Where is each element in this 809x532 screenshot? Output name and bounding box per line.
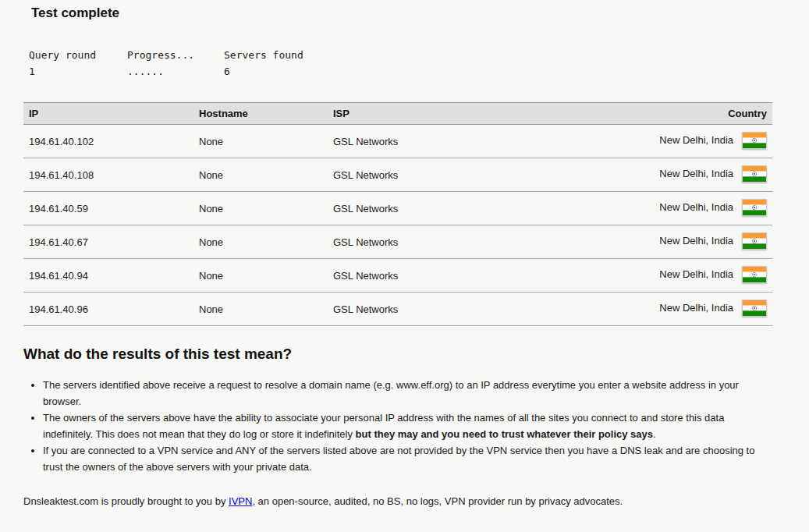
- ivpn-link[interactable]: IVPN: [229, 495, 252, 507]
- ip-cell: 194.61.40.67: [23, 225, 193, 259]
- country-label: New Delhi, India: [659, 168, 733, 179]
- footer-text-before-link: Dnsleaktest.com is proudly brought to yo…: [23, 495, 229, 507]
- hostname-cell: None: [193, 192, 328, 225]
- column-header-hostname: Hostname: [193, 103, 328, 125]
- progress-value: ......: [127, 63, 224, 80]
- isp-cell: GSL Networks: [328, 158, 593, 192]
- table-row: 194.61.40.108NoneGSL NetworksNew Delhi, …: [23, 158, 772, 192]
- country-label: New Delhi, India: [659, 201, 733, 213]
- country-cell: New Delhi, India: [593, 259, 772, 293]
- bullet-text: If you are connected to a VPN service an…: [43, 445, 754, 473]
- bullet-text: The servers identified above receive a r…: [43, 379, 739, 407]
- section-title: What do the results of this test mean?: [23, 326, 772, 363]
- india-flag-icon: [742, 199, 767, 216]
- isp-cell: GSL Networks: [328, 293, 593, 326]
- page-title: Test complete: [23, 0, 772, 21]
- ip-cell: 194.61.40.59: [23, 192, 193, 225]
- table-row: 194.61.40.59NoneGSL NetworksNew Delhi, I…: [23, 192, 772, 225]
- table-body: 194.61.40.102NoneGSL NetworksNew Delhi, …: [23, 125, 772, 326]
- country-label: New Delhi, India: [659, 302, 733, 314]
- hostname-cell: None: [193, 293, 328, 326]
- ip-cell: 194.61.40.94: [23, 259, 193, 293]
- list-item: The owners of the servers above have the…: [43, 410, 761, 442]
- list-item: If you are connected to a VPN service an…: [43, 442, 761, 475]
- ip-cell: 194.61.40.108: [23, 158, 193, 192]
- servers-found-value: 6: [224, 63, 230, 80]
- country-cell: New Delhi, India: [593, 293, 772, 326]
- hostname-cell: None: [193, 225, 328, 259]
- query-status-header-row: Query round Progress... Servers found: [29, 47, 772, 63]
- dns-servers-table: IP Hostname ISP Country 194.61.40.102Non…: [23, 102, 772, 326]
- table-row: 194.61.40.96NoneGSL NetworksNew Delhi, I…: [23, 293, 772, 326]
- query-status-value-row: 1 ...... 6: [29, 63, 772, 80]
- country-cell: New Delhi, India: [593, 192, 772, 225]
- footer-text-after-link: , an open-source, audited, no BS, no log…: [252, 495, 623, 507]
- country-label: New Delhi, India: [659, 134, 733, 146]
- hostname-cell: None: [193, 259, 328, 293]
- hostname-cell: None: [193, 158, 328, 192]
- query-status-table: Query round Progress... Servers found 1 …: [29, 47, 772, 80]
- isp-cell: GSL Networks: [328, 259, 593, 293]
- india-flag-icon: [742, 266, 767, 283]
- india-flag-icon: [742, 132, 767, 149]
- isp-cell: GSL Networks: [328, 192, 593, 225]
- country-cell: New Delhi, India: [593, 125, 772, 158]
- ip-cell: 194.61.40.96: [23, 293, 193, 326]
- table-header: IP Hostname ISP Country: [23, 103, 772, 125]
- isp-cell: GSL Networks: [328, 225, 593, 259]
- india-flag-icon: [742, 300, 767, 317]
- column-header-isp: ISP: [328, 103, 593, 125]
- bullet-text: .: [653, 428, 656, 440]
- country-cell: New Delhi, India: [593, 225, 772, 259]
- country-label: New Delhi, India: [659, 235, 733, 246]
- query-round-value: 1: [29, 63, 127, 80]
- india-flag-icon: [742, 232, 767, 250]
- isp-cell: GSL Networks: [328, 125, 593, 158]
- bullet-bold-text: but they may and you need to trust whate…: [356, 428, 653, 440]
- servers-found-label: Servers found: [224, 47, 303, 63]
- table-row: 194.61.40.102NoneGSL NetworksNew Delhi, …: [23, 125, 772, 158]
- table-header-row: IP Hostname ISP Country: [23, 103, 772, 125]
- hostname-cell: None: [193, 125, 328, 158]
- list-item: The servers identified above receive a r…: [43, 377, 761, 410]
- explanation-list: The servers identified above receive a r…: [23, 377, 761, 475]
- country-label: New Delhi, India: [659, 268, 733, 280]
- query-round-label: Query round: [29, 47, 127, 63]
- country-cell: New Delhi, India: [593, 158, 772, 192]
- india-flag-icon: [742, 165, 767, 183]
- progress-label: Progress...: [127, 47, 224, 63]
- footer-text: Dnsleaktest.com is proudly brought to yo…: [23, 475, 772, 509]
- ip-cell: 194.61.40.102: [23, 125, 193, 158]
- table-row: 194.61.40.67NoneGSL NetworksNew Delhi, I…: [23, 225, 772, 259]
- table-row: 194.61.40.94NoneGSL NetworksNew Delhi, I…: [23, 259, 772, 293]
- column-header-ip: IP: [23, 103, 193, 125]
- page-container: Test complete Query round Progress... Se…: [0, 0, 772, 509]
- column-header-country: Country: [593, 103, 772, 125]
